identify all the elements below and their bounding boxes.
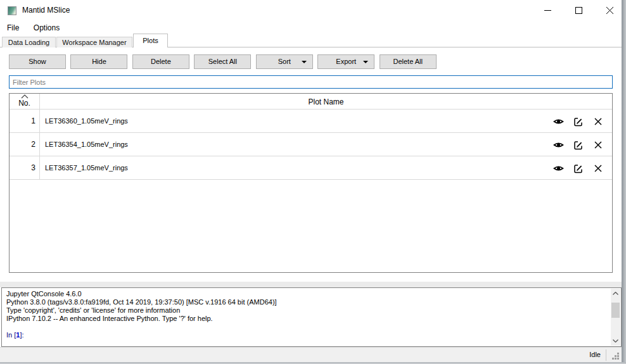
chevron-down-icon xyxy=(613,339,618,342)
menu-file[interactable]: File xyxy=(1,22,25,34)
table-row[interactable]: 1 LET36360_1.05meV_rings xyxy=(10,110,612,133)
eye-icon xyxy=(553,118,564,125)
close-icon xyxy=(594,165,602,172)
maximize-button[interactable] xyxy=(564,0,593,20)
close-plot-button[interactable] xyxy=(592,139,604,151)
chevron-up-icon xyxy=(613,292,618,295)
plot-name: LET36357_1.05meV_rings xyxy=(45,156,128,180)
filter-plots-input[interactable] xyxy=(9,75,613,89)
edit-icon xyxy=(573,141,583,150)
status-text: Idle xyxy=(589,351,601,358)
console-output: Jupyter QtConsole 4.6.0 Python 3.8.0 (ta… xyxy=(6,290,608,339)
row-number: 3 xyxy=(10,156,40,180)
maximize-icon xyxy=(575,7,582,14)
close-icon xyxy=(594,118,602,125)
sort-ascending-icon xyxy=(20,94,29,99)
show-button[interactable]: Show xyxy=(9,54,66,69)
ipython-console[interactable]: Jupyter QtConsole 4.6.0 Python 3.8.0 (ta… xyxy=(1,287,622,347)
window-edge-right xyxy=(622,0,626,364)
table-row[interactable]: 3 LET36357_1.05meV_rings xyxy=(10,156,612,180)
export-dropdown-button[interactable]: Export xyxy=(317,54,374,69)
close-plot-button[interactable] xyxy=(592,116,604,127)
close-plot-button[interactable] xyxy=(592,163,604,174)
close-icon xyxy=(594,141,602,149)
plot-name: LET36354_1.05meV_rings xyxy=(45,133,128,156)
delete-all-button[interactable]: Delete All xyxy=(380,54,437,69)
show-plot-button[interactable] xyxy=(553,139,564,151)
column-header-plot-name[interactable]: Plot Name xyxy=(40,94,612,110)
console-line: Python 3.8.0 (tags/v3.8.0:fa919fd, Oct 1… xyxy=(6,298,608,306)
chevron-down-icon xyxy=(302,61,307,63)
status-bar: Idle xyxy=(0,347,622,362)
eye-icon xyxy=(553,165,564,172)
show-plot-button[interactable] xyxy=(553,163,564,174)
plots-table: No. Plot Name 1 LET36360_1.05meV_rings 2… xyxy=(9,93,613,273)
plots-toolbar: Show Hide Delete Select All Sort Export … xyxy=(9,54,438,70)
menu-bar: File Options xyxy=(0,22,622,35)
rename-plot-button[interactable] xyxy=(572,163,584,174)
scroll-up-button[interactable] xyxy=(611,289,620,298)
tab-data-loading[interactable]: Data Loading xyxy=(2,37,56,47)
scroll-down-button[interactable] xyxy=(611,336,620,346)
tab-plots[interactable]: Plots xyxy=(133,34,168,47)
resize-grip[interactable] xyxy=(611,352,620,360)
close-icon xyxy=(606,7,613,14)
app-icon xyxy=(8,6,16,15)
menu-options[interactable]: Options xyxy=(28,22,65,34)
tab-workspace-manager[interactable]: Workspace Manager xyxy=(56,37,132,47)
rename-plot-button[interactable] xyxy=(572,116,584,127)
delete-button[interactable]: Delete xyxy=(132,54,189,69)
hide-button[interactable]: Hide xyxy=(70,54,127,69)
table-header: No. Plot Name xyxy=(10,94,612,110)
plot-name: LET36360_1.05meV_rings xyxy=(45,110,128,133)
status-separator xyxy=(606,349,606,361)
console-line: IPython 7.10.2 -- An enhanced Interactiv… xyxy=(6,315,608,323)
minimize-icon xyxy=(544,7,551,14)
show-plot-button[interactable] xyxy=(553,116,564,127)
edit-icon xyxy=(573,164,583,173)
rename-plot-button[interactable] xyxy=(572,139,584,151)
console-scrollbar[interactable] xyxy=(611,289,620,346)
window-title: Mantid MSlice xyxy=(22,6,70,15)
column-header-no[interactable]: No. xyxy=(10,94,40,110)
row-number: 1 xyxy=(10,110,40,133)
console-prompt: In [1]: xyxy=(6,331,608,339)
chevron-down-icon xyxy=(363,61,368,63)
eye-icon xyxy=(553,141,564,149)
sort-dropdown-button[interactable]: Sort xyxy=(256,54,313,69)
close-button[interactable] xyxy=(595,0,624,20)
console-line: Jupyter QtConsole 4.6.0 xyxy=(6,290,608,298)
row-number: 2 xyxy=(10,133,40,156)
console-line: Type 'copyright', 'credits' or 'license'… xyxy=(6,306,608,315)
title-bar: Mantid MSlice xyxy=(0,0,622,22)
console-blank-line xyxy=(6,323,608,331)
splitter-handle[interactable] xyxy=(0,282,622,287)
minimize-button[interactable] xyxy=(533,0,562,20)
table-row[interactable]: 2 LET36354_1.05meV_rings xyxy=(10,133,612,156)
select-all-button[interactable]: Select All xyxy=(194,54,251,69)
scrollbar-thumb[interactable] xyxy=(611,303,620,318)
edit-icon xyxy=(573,117,583,127)
